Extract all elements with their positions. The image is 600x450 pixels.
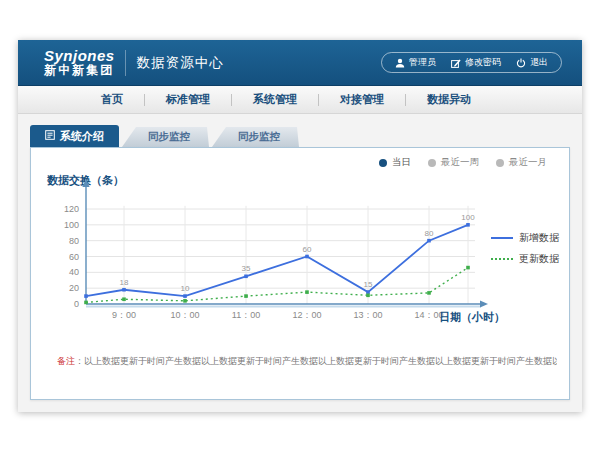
footnote-text: ：以上数据更新于时间产生数据以上数据更新于时间产生数据以上数据更新于时间产生数据…: [75, 356, 557, 366]
svg-text:100: 100: [461, 213, 475, 222]
svg-text:100: 100: [64, 220, 79, 230]
user-icon: [395, 58, 405, 68]
nav-item-3[interactable]: 对接管理: [319, 92, 405, 107]
app-window: Synjones 新中新集团 数据资源中心 管理员修改密码退出 首页标准管理系统…: [18, 40, 582, 412]
logout-label: 退出: [530, 56, 548, 69]
change-password-label: 修改密码: [465, 56, 501, 69]
svg-text:60: 60: [303, 245, 312, 254]
page-title: 数据资源中心: [137, 54, 224, 72]
svg-text:120: 120: [64, 204, 79, 214]
power-icon: [516, 58, 526, 68]
footnote: 备注：以上数据更新于时间产生数据以上数据更新于时间产生数据以上数据更新于时间产生…: [57, 355, 557, 368]
header-divider: [125, 50, 126, 76]
content-area: 系统介绍同步监控同步监控 当日最近一周最近一月 数据交换（条） 02040608…: [18, 114, 582, 412]
tab-sync-monitor-1[interactable]: 同步监控: [122, 127, 209, 147]
nav-item-2[interactable]: 系统管理: [232, 92, 318, 107]
svg-text:15: 15: [364, 280, 373, 289]
nav-item-1[interactable]: 标准管理: [145, 92, 231, 107]
nav-item-4[interactable]: 数据异动: [406, 92, 492, 107]
svg-text:20: 20: [69, 283, 79, 293]
edit-icon: [451, 58, 461, 68]
legend-line-sample: [491, 258, 513, 260]
svg-text:80: 80: [69, 236, 79, 246]
doc-icon: [45, 130, 55, 142]
svg-text:13：00: 13：00: [353, 310, 382, 320]
svg-text:9：00: 9：00: [112, 310, 136, 320]
tab-label: 同步监控: [148, 130, 190, 144]
brand-logo-text: Synjones: [44, 48, 115, 64]
legend-item-0[interactable]: 新增数据: [491, 231, 559, 245]
chart-legend: 新增数据更新数据: [491, 231, 559, 266]
svg-text:40: 40: [69, 267, 79, 277]
header-actions: 管理员修改密码退出: [381, 52, 562, 73]
svg-text:10：00: 10：00: [170, 310, 199, 320]
svg-text:0: 0: [74, 299, 79, 309]
app-header: Synjones 新中新集团 数据资源中心 管理员修改密码退出: [18, 40, 582, 86]
svg-text:18: 18: [120, 278, 129, 287]
admin-button[interactable]: 管理员: [395, 56, 436, 69]
svg-text:11：00: 11：00: [232, 310, 260, 320]
svg-text:12：00: 12：00: [292, 310, 321, 320]
brand-logo-subtext: 新中新集团: [44, 64, 115, 77]
tab-label: 同步监控: [238, 130, 280, 144]
x-axis-title: 日期（小时）: [439, 310, 505, 325]
tab-sync-monitor-2[interactable]: 同步监控: [212, 127, 299, 147]
logout-button[interactable]: 退出: [516, 56, 548, 69]
brand-logo[interactable]: Synjones 新中新集团: [44, 48, 115, 76]
legend-label: 更新数据: [519, 252, 559, 266]
legend-item-1[interactable]: 更新数据: [491, 252, 559, 266]
nav-item-0[interactable]: 首页: [80, 92, 144, 107]
tab-bar: 系统介绍同步监控同步监控: [30, 125, 299, 147]
svg-text:10: 10: [181, 284, 190, 293]
change-password-button[interactable]: 修改密码: [451, 56, 501, 69]
legend-label: 新增数据: [519, 231, 559, 245]
chart-panel: 当日最近一周最近一月 数据交换（条） 0204060801001209：0010…: [30, 147, 570, 400]
tab-label: 系统介绍: [60, 129, 104, 144]
svg-text:80: 80: [425, 229, 434, 238]
main-nav: 首页标准管理系统管理对接管理数据异动: [18, 86, 582, 114]
svg-text:35: 35: [242, 264, 251, 273]
tab-system-intro[interactable]: 系统介绍: [30, 125, 119, 147]
footnote-prefix: 备注: [57, 356, 75, 366]
legend-line-sample: [491, 237, 513, 239]
svg-text:60: 60: [69, 252, 79, 262]
admin-label: 管理员: [409, 56, 436, 69]
